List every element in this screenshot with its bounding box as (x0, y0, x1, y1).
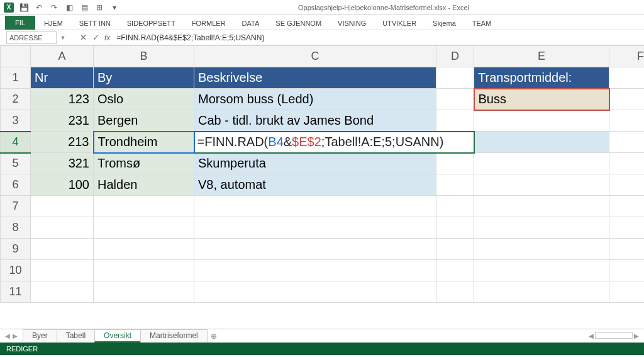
cell-A8[interactable] (31, 217, 94, 239)
cell-A5[interactable]: 321 (31, 153, 94, 174)
sheet-tab-tabell[interactable]: Tabell (57, 329, 95, 343)
ribbon-tab-pagelayout[interactable]: SIDEOPPSETT (119, 17, 183, 30)
cell-F9[interactable] (609, 239, 645, 260)
cell-E2[interactable]: Buss (474, 89, 609, 110)
cell-C1[interactable]: Beskrivelse (194, 67, 436, 89)
cell-E1[interactable]: Transportmiddel: (474, 67, 609, 89)
cell-E10[interactable] (474, 260, 609, 281)
cell-E11[interactable] (474, 281, 609, 303)
cell-C5[interactable]: Skumperuta (194, 153, 436, 174)
ribbon-tab-team[interactable]: TEAM (465, 17, 499, 30)
cell-B6[interactable]: Halden (94, 174, 194, 196)
row-header-1[interactable]: 1 (1, 67, 31, 89)
col-header-A[interactable]: A (31, 46, 94, 67)
cell-B9[interactable] (94, 239, 194, 260)
cell-A1[interactable]: Nr (31, 67, 94, 89)
row-header-5[interactable]: 5 (1, 153, 31, 174)
name-box[interactable]: ADRESSE (6, 31, 57, 44)
cell-A9[interactable] (31, 239, 94, 260)
cell-E5[interactable] (474, 153, 609, 174)
qat-icon-2[interactable]: ▤ (79, 3, 89, 13)
cell-E4[interactable] (474, 132, 609, 153)
cell-A6[interactable]: 100 (31, 174, 94, 196)
col-header-E[interactable]: E (474, 46, 609, 67)
ribbon-tab-formulas[interactable]: FORMLER (184, 17, 233, 30)
cell-F11[interactable] (609, 281, 645, 303)
sheet-nav-next-icon[interactable]: ▶ (13, 332, 18, 339)
ribbon-tab-insert[interactable]: SETT INN (72, 17, 118, 30)
cell-F5[interactable] (609, 153, 645, 174)
cell-A10[interactable] (31, 260, 94, 281)
hscroll-track[interactable] (595, 332, 633, 339)
cell-D2[interactable] (436, 89, 474, 110)
row-header-9[interactable]: 9 (1, 239, 31, 260)
row-header-3[interactable]: 3 (1, 110, 31, 132)
ribbon-tab-file[interactable]: FIL (5, 16, 35, 30)
cell-E9[interactable] (474, 239, 609, 260)
row-header-7[interactable]: 7 (1, 196, 31, 217)
cell-E8[interactable] (474, 217, 609, 239)
cell-D3[interactable] (436, 110, 474, 132)
row-header-2[interactable]: 2 (1, 89, 31, 110)
cell-C7[interactable] (194, 196, 436, 217)
fx-icon[interactable]: fx (102, 33, 113, 42)
cell-D11[interactable] (436, 281, 474, 303)
name-box-dropdown-icon[interactable]: ▼ (59, 35, 67, 41)
cell-B5[interactable]: Tromsø (94, 153, 194, 174)
row-header-6[interactable]: 6 (1, 174, 31, 196)
cell-B11[interactable] (94, 281, 194, 303)
cell-D6[interactable] (436, 174, 474, 196)
sheet-nav-prev-icon[interactable]: ◀ (5, 332, 10, 339)
cell-E6[interactable] (474, 174, 609, 196)
col-header-F[interactable]: F (609, 46, 645, 67)
cell-F1[interactable] (609, 67, 645, 89)
cell-B2[interactable]: Oslo (94, 89, 194, 110)
add-sheet-button[interactable]: ⊕ (207, 332, 221, 341)
cell-F2[interactable] (609, 89, 645, 110)
spreadsheet-grid[interactable]: A B C D E F 1 Nr By Beskrivelse Transpor… (0, 45, 644, 329)
cell-F8[interactable] (609, 217, 645, 239)
col-header-C[interactable]: C (194, 46, 436, 67)
cell-C10[interactable] (194, 260, 436, 281)
cell-D5[interactable] (436, 153, 474, 174)
row-header-8[interactable]: 8 (1, 217, 31, 239)
cell-C4-editing[interactable]: =FINN.RAD(B4&$E$2;Tabell!A:E;5;USANN) (194, 132, 474, 153)
cell-A4[interactable]: 213 (31, 132, 94, 153)
cell-D9[interactable] (436, 239, 474, 260)
cell-C6[interactable]: V8, automat (194, 174, 436, 196)
cell-F3[interactable] (609, 110, 645, 132)
undo-icon[interactable]: ↶ (34, 3, 44, 13)
cell-D8[interactable] (436, 217, 474, 239)
cell-E3[interactable] (474, 110, 609, 132)
cell-E7[interactable] (474, 196, 609, 217)
cell-B8[interactable] (94, 217, 194, 239)
sheet-tab-oversikt[interactable]: Oversikt (94, 329, 141, 343)
cell-F7[interactable] (609, 196, 645, 217)
save-icon[interactable]: 💾 (19, 3, 29, 13)
ribbon-tab-view[interactable]: VISNING (330, 17, 374, 30)
ribbon-tab-data[interactable]: DATA (235, 17, 267, 30)
cell-C8[interactable] (194, 217, 436, 239)
select-all-corner[interactable] (1, 46, 31, 67)
row-header-4[interactable]: 4 (1, 132, 31, 153)
qat-dropdown-icon[interactable]: ▾ (109, 3, 119, 13)
hscroll-left-icon[interactable]: ◀ (589, 332, 594, 339)
ribbon-tab-home[interactable]: HJEM (36, 17, 70, 30)
cell-D10[interactable] (436, 260, 474, 281)
cell-C2[interactable]: Morsom buss (Ledd) (194, 89, 436, 110)
hscroll-right-icon[interactable]: ▶ (634, 332, 639, 339)
redo-icon[interactable]: ↷ (49, 3, 59, 13)
sheet-tab-byer[interactable]: Byer (23, 329, 57, 343)
cell-F10[interactable] (609, 260, 645, 281)
qat-icon-1[interactable]: ◧ (64, 3, 74, 13)
cell-A11[interactable] (31, 281, 94, 303)
col-header-B[interactable]: B (94, 46, 194, 67)
cell-F4[interactable] (609, 132, 645, 153)
cell-C9[interactable] (194, 239, 436, 260)
row-header-10[interactable]: 10 (1, 260, 31, 281)
formula-cancel-button[interactable]: ✕ (77, 33, 89, 42)
cell-C11[interactable] (194, 281, 436, 303)
cell-D1[interactable] (436, 67, 474, 89)
cell-A2[interactable]: 123 (31, 89, 94, 110)
cell-B1[interactable]: By (94, 67, 194, 89)
